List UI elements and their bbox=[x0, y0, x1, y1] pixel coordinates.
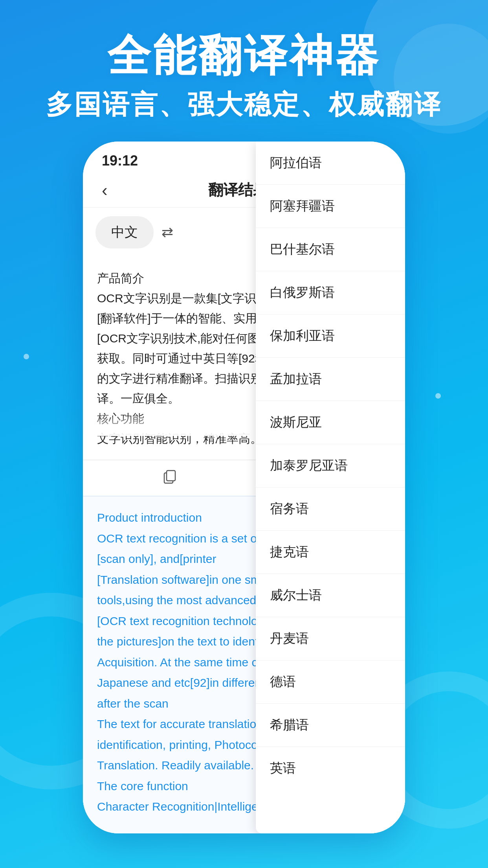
lang-option-azerbaijani[interactable]: 阿塞拜疆语 bbox=[256, 208, 405, 228]
lang-option-greek[interactable]: 希腊语 bbox=[256, 704, 405, 747]
bg-dot-left bbox=[24, 354, 29, 359]
lang-option-bosnian[interactable]: 波斯尼亚 bbox=[256, 401, 405, 444]
lang-option-bengali[interactable]: 孟加拉语 bbox=[256, 358, 405, 401]
lang-option-english[interactable]: 英语 bbox=[256, 747, 405, 790]
main-title: 全能翻译神器 bbox=[24, 31, 464, 79]
source-lang-pill[interactable]: 中文 bbox=[95, 216, 154, 248]
copy-button[interactable] bbox=[161, 467, 178, 489]
lang-option-german[interactable]: 德语 bbox=[256, 660, 405, 704]
lang-option-catalan[interactable]: 加泰罗尼亚语 bbox=[256, 444, 405, 487]
header-section: 全能翻译神器 多国语言、强大稳定、权威翻译 bbox=[0, 31, 488, 123]
lang-option-bulgarian[interactable]: 保加利亚语 bbox=[256, 314, 405, 358]
swap-icon[interactable]: ⇄ bbox=[161, 224, 173, 241]
sub-title: 多国语言、强大稳定、权威翻译 bbox=[24, 87, 464, 123]
language-dropdown: 阿拉伯语 阿塞拜疆语 巴什基尔语 白俄罗斯语 保加利亚语 孟加拉语 波斯尼亚 加… bbox=[256, 208, 405, 833]
phone-wrapper: 19:12 📶 53 ⚡ ‹ bbox=[83, 142, 405, 833]
lang-option-belarusian[interactable]: 白俄罗斯语 bbox=[256, 271, 405, 314]
content-area: 中文 ⇄ 产品简介OCR文字识别是一款集[文字识别]机[翻译软件]于一体的智能、… bbox=[83, 208, 405, 833]
bg-dot-right bbox=[435, 393, 441, 399]
phone-frame: 19:12 📶 53 ⚡ ‹ bbox=[83, 142, 405, 833]
lang-option-danish[interactable]: 丹麦语 bbox=[256, 617, 405, 660]
back-button[interactable]: ‹ bbox=[102, 182, 116, 199]
lang-option-bashkir[interactable]: 巴什基尔语 bbox=[256, 228, 405, 271]
lang-option-welsh[interactable]: 威尔士语 bbox=[256, 574, 405, 617]
lang-option-cebuano[interactable]: 宿务语 bbox=[256, 487, 405, 531]
lang-option-czech[interactable]: 捷克语 bbox=[256, 531, 405, 574]
status-time: 19:12 bbox=[102, 153, 138, 169]
svg-rect-1 bbox=[167, 471, 175, 481]
